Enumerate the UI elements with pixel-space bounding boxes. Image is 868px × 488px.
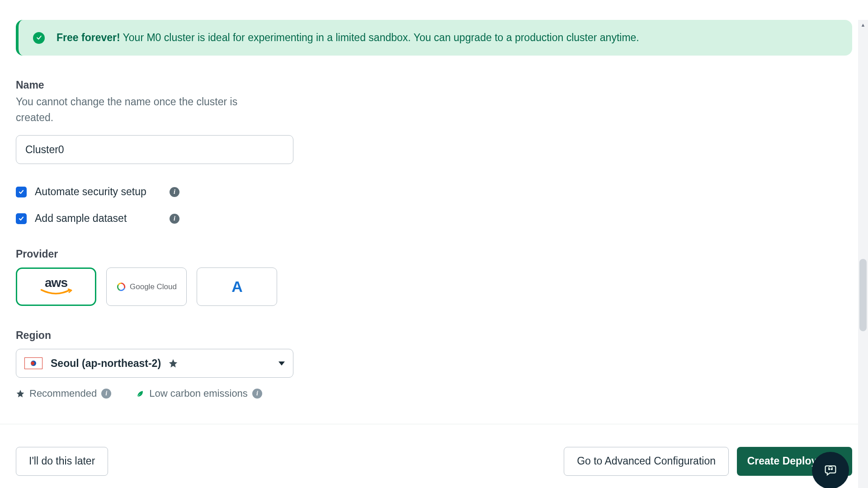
- legend-recommended: Recommended: [29, 388, 97, 399]
- vertical-scrollbar[interactable]: ▲ ▼: [858, 20, 868, 488]
- scroll-up-icon[interactable]: ▲: [858, 20, 868, 30]
- advanced-config-button[interactable]: Go to Advanced Configuration: [564, 447, 729, 476]
- info-icon[interactable]: i: [252, 389, 262, 399]
- banner-text: Free forever! Your M0 cluster is ideal f…: [57, 31, 639, 45]
- region-selected-label: Seoul (ap-northeast-2): [51, 357, 161, 370]
- automate-security-checkbox[interactable]: [16, 187, 27, 197]
- add-sample-dataset-label: Add sample dataset: [35, 212, 161, 225]
- check-circle-icon: [33, 32, 45, 44]
- star-icon: [16, 389, 25, 398]
- info-icon[interactable]: i: [101, 389, 111, 399]
- region-label: Region: [16, 329, 852, 342]
- chevron-down-icon: [278, 361, 285, 366]
- cluster-name-input[interactable]: [16, 135, 293, 164]
- aws-logo-icon: aws: [40, 277, 72, 296]
- provider-azure[interactable]: A: [197, 267, 277, 306]
- add-sample-dataset-checkbox[interactable]: [16, 213, 27, 224]
- azure-logo-icon: A: [231, 278, 242, 296]
- gcp-label: Google Cloud: [130, 282, 177, 291]
- region-select[interactable]: Seoul (ap-northeast-2): [16, 349, 293, 378]
- provider-aws[interactable]: aws: [16, 267, 96, 306]
- info-icon[interactable]: i: [170, 187, 179, 197]
- provider-label: Provider: [16, 248, 852, 260]
- flag-kr-icon: [24, 357, 42, 369]
- automate-security-label: Automate security setup: [35, 186, 161, 198]
- gcp-logo-icon: [116, 282, 126, 292]
- free-tier-banner: Free forever! Your M0 cluster is ideal f…: [16, 20, 852, 56]
- chat-fab-button[interactable]: [812, 452, 849, 488]
- provider-gcp[interactable]: Google Cloud: [106, 267, 187, 306]
- do-this-later-button[interactable]: I'll do this later: [16, 447, 108, 476]
- chat-icon: [823, 463, 838, 478]
- leaf-icon: [136, 389, 145, 398]
- legend-lowcarbon: Low carbon emissions: [149, 388, 248, 399]
- star-icon: [168, 358, 178, 368]
- name-label: Name: [16, 79, 852, 91]
- name-help: You cannot change the name once the clus…: [16, 94, 260, 125]
- info-icon[interactable]: i: [170, 214, 179, 224]
- footer-bar: I'll do this later Go to Advanced Config…: [0, 424, 868, 488]
